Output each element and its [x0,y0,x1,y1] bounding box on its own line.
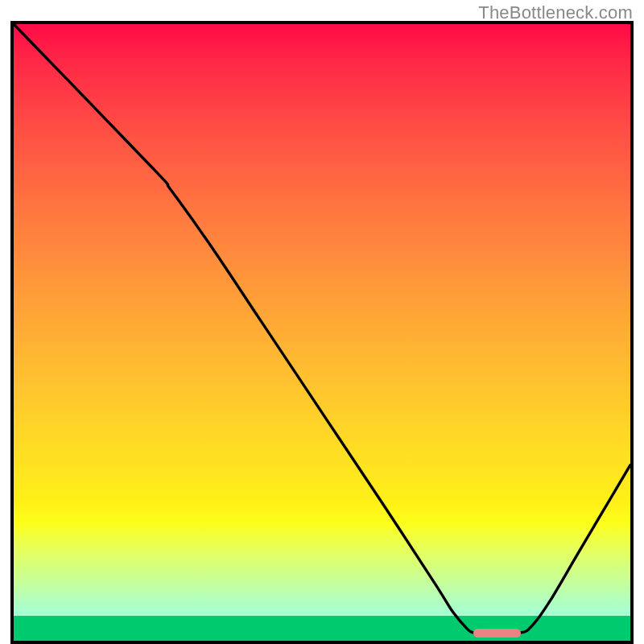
chart-frame [10,21,634,644]
bottleneck-curve [14,24,630,641]
optimal-range-marker [473,629,520,638]
